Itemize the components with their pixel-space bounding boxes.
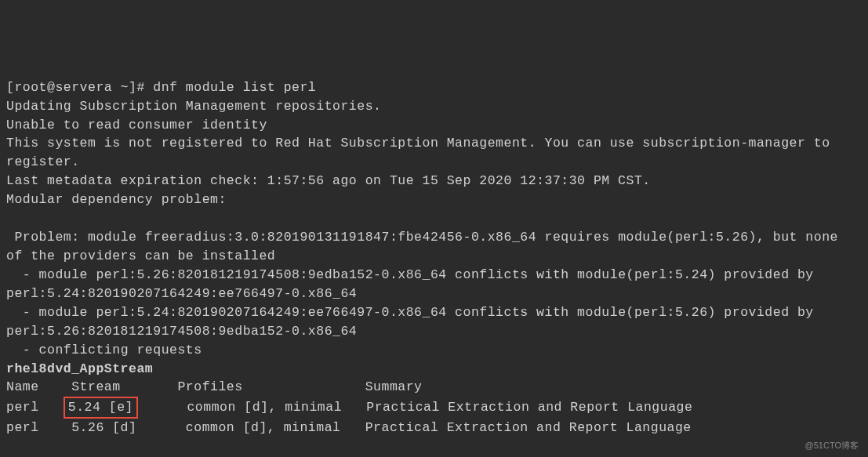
table-row: perl 5.24 [e] common [d], minimal Practi… <box>6 400 692 415</box>
msg-unable-read: Unable to read consumer identity <box>6 118 267 132</box>
cell-profiles: common [d], minimal <box>177 420 365 435</box>
msg-not-registered: This system is not registered to Red Hat… <box>6 136 838 169</box>
header-name: Name <box>6 379 71 394</box>
table-row: perl 5.26 [d] common [d], minimal Practi… <box>6 420 692 435</box>
highlighted-stream: 5.24 [e] <box>64 397 138 419</box>
msg-conflicting-requests: - conflicting requests <box>6 343 202 357</box>
prompt-line[interactable]: [root@servera ~]# dnf module list perl <box>6 80 316 95</box>
terminal-output: [root@servera ~]# dnf module list perl U… <box>6 78 862 457</box>
cell-stream: 5.26 [d] <box>64 420 178 435</box>
msg-updating: Updating Subscription Management reposit… <box>6 99 381 114</box>
repo-name: rhel8dvd_AppStream <box>6 361 153 376</box>
msg-metadata: Last metadata expiration check: 1:57:56 … <box>6 173 651 188</box>
cell-summary: Practical Extraction and Report Language <box>365 420 692 435</box>
cell-name: perl <box>6 400 64 415</box>
prompt-user-host: [root@servera ~]# <box>6 80 153 95</box>
msg-conflict2: - module perl:5.24:820190207164249:ee766… <box>6 305 822 339</box>
msg-conflict1: - module perl:5.26:820181219174508:9edba… <box>6 267 822 301</box>
cell-name: perl <box>6 420 64 435</box>
cell-summary: Practical Extraction and Report Language <box>366 400 692 415</box>
header-stream: Stream <box>71 379 177 394</box>
command-text: dnf module list perl <box>153 80 316 95</box>
watermark: @51CTO博客 <box>805 440 859 452</box>
msg-problem: Problem: module freeradius:3.0:820190131… <box>6 230 846 263</box>
cell-profiles: common [d], minimal <box>179 400 366 415</box>
header-summary: Summary <box>365 379 423 394</box>
table-header-row: Name Stream Profiles Summary <box>6 379 423 394</box>
msg-modular-problem: Modular dependency problem: <box>6 192 227 207</box>
header-profiles: Profiles <box>177 379 365 394</box>
